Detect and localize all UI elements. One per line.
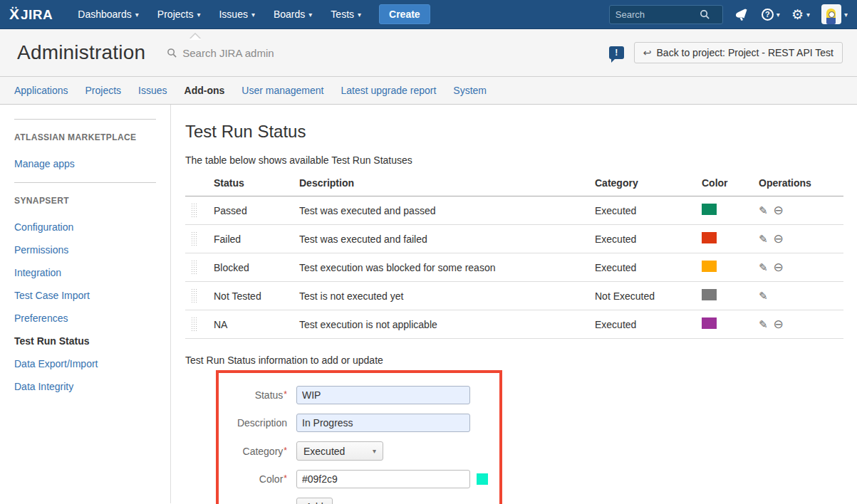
description-cell: Test was executed and failed — [299, 225, 595, 253]
status-table-row: Not Tested Test is not executed yet Not … — [185, 282, 843, 310]
drag-handle-icon[interactable] — [191, 260, 197, 275]
admin-tab[interactable]: Issues — [130, 85, 175, 96]
sidebar-item-label: Test Case Import — [14, 290, 90, 301]
edit-icon[interactable]: ✎ — [759, 290, 768, 301]
avatar — [821, 4, 841, 24]
admin-sidebar: ATLASSIAN MARKETPLACE Manage apps SYNAPS… — [0, 105, 171, 503]
column-header: Category — [595, 172, 702, 196]
edit-icon[interactable]: ✎ — [759, 205, 768, 216]
category-select[interactable]: Executed ▾ — [296, 441, 383, 461]
drag-handle-icon[interactable] — [191, 288, 197, 303]
admin-tab[interactable]: User management — [233, 85, 332, 96]
admin-search[interactable] — [167, 47, 325, 59]
jira-logo[interactable]: Ẍ JIRA — [9, 6, 53, 23]
form-caption: Test Run Status information to add or up… — [185, 355, 844, 366]
remove-icon[interactable]: ⊖ — [774, 233, 784, 245]
color-input[interactable] — [296, 470, 470, 488]
remove-icon[interactable]: ⊖ — [774, 261, 784, 273]
search-icon — [167, 48, 177, 58]
remove-icon[interactable]: ⊖ — [774, 318, 784, 330]
search-icon — [700, 9, 710, 20]
feedback-icon[interactable]: ! — [609, 46, 624, 59]
drag-handle-icon[interactable] — [191, 203, 197, 218]
sidebar-section-marketplace: ATLASSIAN MARKETPLACE Manage apps — [14, 119, 156, 182]
admin-tab[interactable]: System — [445, 85, 495, 96]
help-menu[interactable]: ? ▾ — [762, 9, 780, 21]
add-button-label: Add — [306, 501, 323, 504]
help-icon: ? — [762, 9, 774, 21]
color-swatch — [702, 289, 717, 300]
edit-icon[interactable]: ✎ — [759, 262, 768, 273]
status-cell: Passed — [214, 196, 299, 225]
color-swatch — [702, 232, 717, 243]
page-title: Administration — [17, 41, 145, 64]
nav-menu-label: Issues — [219, 9, 247, 20]
quick-search[interactable] — [609, 5, 723, 24]
admin-header: Administration ! ↩ Back to project: Proj… — [0, 29, 857, 77]
sidebar-item[interactable]: Data Export/Import — [14, 352, 156, 375]
category-selected-value: Executed — [303, 446, 345, 457]
sidebar-item[interactable]: Permissions — [14, 238, 156, 261]
chevron-down-icon: ▾ — [358, 11, 361, 19]
section-title: Test Run Status — [185, 122, 844, 142]
user-menu[interactable]: ▾ — [821, 4, 848, 24]
sidebar-item[interactable]: Data Integrity — [14, 375, 156, 398]
back-to-project-button[interactable]: ↩ Back to project: Project - REST API Te… — [634, 42, 843, 63]
chevron-down-icon: ▾ — [197, 11, 200, 19]
description-cell: Test is not executed yet — [299, 282, 595, 310]
description-cell: Test was executed and passed — [299, 196, 595, 225]
sidebar-item[interactable]: Preferences — [14, 307, 156, 330]
sidebar-item-label: Test Run Status — [14, 335, 90, 347]
drag-handle-icon[interactable] — [191, 317, 197, 332]
admin-settings-menu[interactable]: ⚙ ▾ — [791, 8, 810, 21]
column-header: Color — [702, 172, 759, 196]
required-marker: * — [284, 389, 287, 399]
admin-tab-label: System — [453, 85, 487, 96]
admin-tab[interactable]: Projects — [77, 85, 130, 96]
color-field-label: Color* — [224, 473, 287, 485]
nav-menu-label: Dashboards — [78, 9, 132, 20]
column-header-handle — [185, 172, 214, 196]
admin-tab-label: User management — [241, 85, 323, 96]
nav-menu-item[interactable]: Dashboards ▾ — [68, 0, 148, 29]
status-cell: Not Tested — [214, 282, 299, 310]
status-input[interactable] — [296, 386, 470, 404]
nav-menu-label: Projects — [157, 9, 194, 20]
sidebar-item[interactable]: Test Case Import — [14, 284, 156, 307]
admin-tab-label: Projects — [85, 85, 122, 96]
description-input[interactable] — [296, 414, 470, 432]
admin-tab[interactable]: Add-ons — [176, 85, 234, 96]
sidebar-item[interactable]: Manage apps — [14, 152, 156, 175]
sidebar-item[interactable]: Integration — [14, 261, 156, 284]
admin-search-input[interactable] — [182, 47, 325, 59]
drag-handle-icon[interactable] — [191, 231, 197, 246]
create-button[interactable]: Create — [379, 4, 430, 24]
sidebar-item-label: Configuration — [14, 221, 73, 233]
category-cell: Not Executed — [595, 282, 702, 310]
sidebar-item[interactable]: Test Run Status — [14, 330, 156, 352]
jira-logo-text: JIRA — [21, 7, 53, 23]
remove-icon[interactable]: ⊖ — [774, 204, 784, 216]
sidebar-section-synapsert: SYNAPSERT Configuration Permissions Inte… — [14, 182, 156, 405]
chevron-down-icon: ▾ — [373, 447, 376, 455]
megaphone-icon[interactable] — [734, 8, 750, 21]
nav-menu-item[interactable]: Boards ▾ — [264, 0, 321, 29]
edit-icon[interactable]: ✎ — [759, 319, 768, 330]
nav-menu-item[interactable]: Projects ▾ — [148, 0, 210, 29]
admin-tab[interactable]: Latest upgrade report — [332, 85, 445, 96]
column-header: Operations — [759, 172, 843, 196]
add-button[interactable]: Add — [296, 498, 333, 504]
chevron-down-icon: ▾ — [135, 11, 139, 19]
sidebar-item[interactable]: Configuration — [14, 216, 156, 238]
edit-icon[interactable]: ✎ — [759, 233, 768, 244]
color-swatch — [702, 261, 717, 272]
main-nav: Dashboards ▾ Projects ▾ Issues ▾ Boards … — [68, 0, 370, 29]
nav-menu-item[interactable]: Tests ▾ — [321, 0, 370, 29]
status-table: StatusDescriptionCategoryColorOperations… — [185, 172, 843, 339]
top-navbar: Ẍ JIRA Dashboards ▾ Projects ▾ Issues ▾ … — [0, 0, 857, 29]
quick-search-input[interactable] — [616, 9, 700, 20]
admin-tab-label: Applications — [14, 85, 68, 96]
nav-menu-item[interactable]: Issues ▾ — [209, 0, 264, 29]
admin-tab[interactable]: Applications — [6, 85, 77, 96]
column-header: Description — [299, 172, 595, 196]
